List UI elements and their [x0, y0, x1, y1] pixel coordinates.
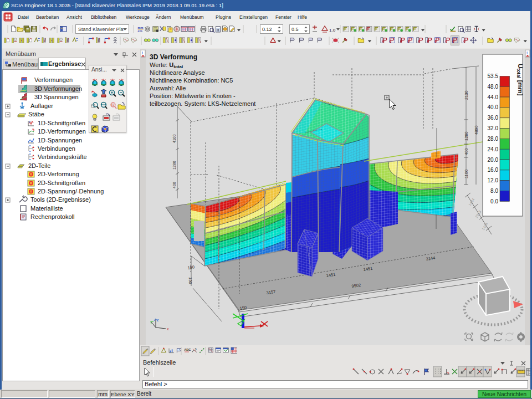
svg-text:150: 150	[187, 264, 195, 270]
svg-text:4890: 4890	[474, 125, 479, 135]
svg-text:3D Verformung: 3D Verformung	[150, 53, 197, 61]
svg-text:400: 400	[464, 148, 469, 155]
svg-text:Auswahl: Alle: Auswahl: Alle	[150, 85, 186, 91]
svg-text:1424: 1424	[468, 197, 475, 206]
svg-text:z: z	[157, 318, 159, 322]
svg-text:400: 400	[172, 182, 176, 188]
svg-text:150: 150	[239, 305, 247, 311]
svg-text:Position: Mittelwerte in Knot: Position: Mittelwerte in Knoten -	[150, 93, 236, 99]
svg-text:40.0: 40.0	[488, 104, 499, 110]
svg-text:Nichtlineare Analyse: Nichtlineare Analyse	[150, 69, 205, 76]
svg-text:2130: 2130	[464, 90, 469, 100]
svg-text:16.0: 16.0	[488, 167, 499, 173]
svg-text:1100: 1100	[464, 170, 469, 178]
svg-text:150: 150	[188, 277, 193, 284]
svg-text:1280: 1280	[172, 161, 176, 170]
svg-text:teilbezogen. System: LKS-Netz: teilbezogen. System: LKS-Netzelement	[150, 100, 255, 107]
svg-text:48.0: 48.0	[488, 84, 499, 90]
svg-text:x: x	[167, 327, 169, 331]
svg-text:36.0: 36.0	[488, 115, 499, 121]
svg-text:1260: 1260	[464, 131, 469, 141]
svg-text:8.0: 8.0	[490, 188, 498, 194]
svg-text:24.0: 24.0	[488, 146, 499, 152]
svg-text:44.0: 44.0	[488, 94, 499, 100]
svg-text:0.0: 0.0	[490, 198, 498, 204]
svg-text:28.0: 28.0	[488, 136, 499, 142]
svg-text:Werte: Utotal: Werte: Utotal	[150, 62, 183, 69]
svg-text:12.0: 12.0	[488, 177, 499, 183]
svg-text:Nichtlineare Kombination: NC5: Nichtlineare Kombination: NC5	[150, 77, 233, 84]
svg-text:20.0: 20.0	[488, 157, 499, 163]
svg-text:32.0: 32.0	[488, 125, 499, 131]
svg-text:1.0: 1.0	[329, 28, 336, 33]
svg-text:53.5: 53.5	[488, 73, 499, 79]
svg-text:4100: 4100	[172, 134, 176, 143]
